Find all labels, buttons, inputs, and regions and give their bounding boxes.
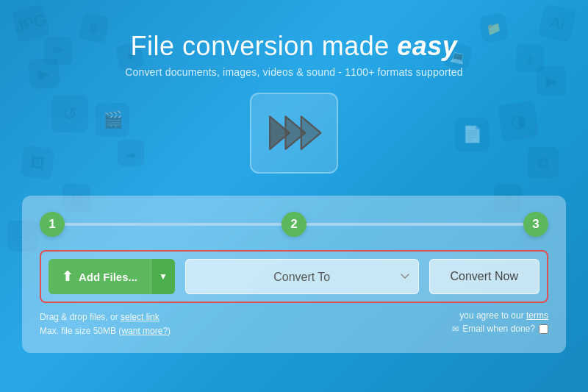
add-files-arrow-icon: ▼ (159, 271, 168, 282)
step-line-1 (63, 223, 283, 226)
convert-to-wrapper: Convert To MP4 MP3 PDF JPG PNG DOC (185, 259, 419, 294)
logo-svg (265, 107, 323, 159)
hero-section: File conversion made easy Convert docume… (0, 0, 588, 174)
max-size-end: ) (168, 326, 171, 336)
hint-right: you agree to our terms ✉ Email when done… (452, 310, 548, 338)
add-files-label: Add Files... (79, 271, 137, 283)
drag-drop-hint: Drag & drop files, or select link (40, 310, 171, 324)
steps-row: 1 2 3 (40, 212, 548, 237)
terms-prefix: you agree to our (459, 310, 523, 321)
hint-left: Drag & drop files, or select link Max. f… (40, 310, 171, 338)
want-more-link[interactable]: want more? (121, 326, 168, 336)
add-files-icon: ⬆ (62, 268, 73, 285)
email-when-done: ✉ Email when done? (452, 324, 548, 334)
svg-marker-2 (301, 116, 321, 149)
hero-title: File conversion made easy (0, 31, 588, 62)
drag-drop-text: Drag & drop files, or (40, 312, 118, 322)
hero-title-emphasis: easy (397, 31, 457, 61)
action-row: ⬆ Add Files... ▼ Convert To MP4 MP3 PDF … (40, 250, 548, 303)
add-files-button[interactable]: ⬆ Add Files... (49, 259, 151, 294)
step-line-2 (305, 223, 525, 226)
email-label: Email when done? (462, 324, 535, 334)
add-files-group: ⬆ Add Files... ▼ (49, 259, 175, 294)
max-size-hint: Max. file size 50MB (want more?) (40, 324, 171, 338)
terms-link[interactable]: terms (526, 310, 548, 321)
max-size-text: Max. file size 50MB ( (40, 326, 121, 336)
step-2-circle: 2 (282, 212, 306, 237)
add-files-dropdown-button[interactable]: ▼ (151, 259, 175, 294)
hero-subtitle: Convert documents, images, videos & soun… (0, 66, 588, 78)
email-checkbox-input[interactable] (539, 324, 548, 334)
hero-title-plain: File conversion made (131, 31, 398, 61)
main-panel: 1 2 3 ⬆ Add Files... ▼ Convert To MP4 (22, 196, 566, 353)
email-icon: ✉ (452, 324, 459, 334)
select-link[interactable]: select link (121, 312, 159, 322)
convert-now-button[interactable]: Convert Now (429, 259, 539, 294)
logo-box (250, 93, 338, 174)
terms-hint: you agree to our terms (459, 310, 548, 321)
step-3-circle: 3 (523, 212, 548, 237)
convert-now-label: Convert Now (451, 270, 518, 282)
convert-to-select[interactable]: Convert To MP4 MP3 PDF JPG PNG DOC (185, 259, 419, 294)
hints-row: Drag & drop files, or select link Max. f… (40, 310, 548, 338)
logo-wrapper (0, 93, 588, 174)
step-1-circle: 1 (40, 212, 65, 237)
